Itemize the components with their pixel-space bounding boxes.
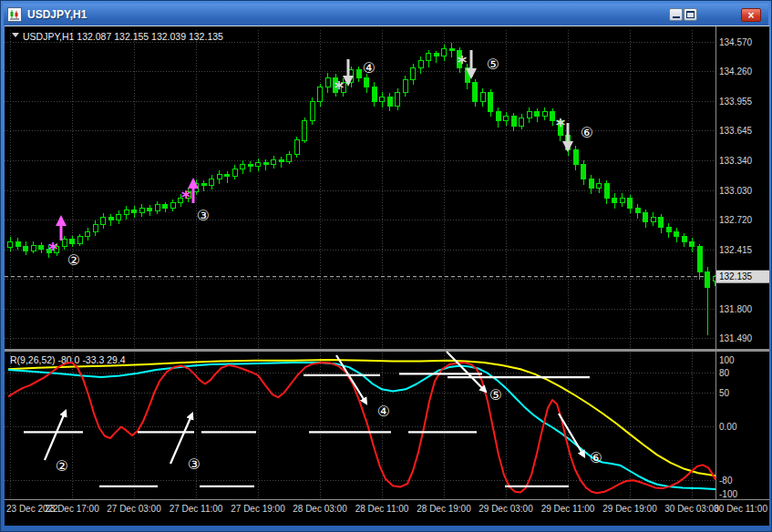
svg-text:132.720: 132.720 <box>719 215 753 225</box>
minimize-button[interactable] <box>669 8 683 21</box>
svg-text:132.415: 132.415 <box>719 245 753 255</box>
chart-header: USDJPY,H1 132.087 132.155 132.039 132.13… <box>12 31 223 42</box>
svg-text:USDJPY,H1 132.087 132.155 132.: USDJPY,H1 132.087 132.155 132.039 132.13… <box>23 31 223 42</box>
signal-number-label: ③ <box>197 207 210 224</box>
svg-text:100: 100 <box>719 355 735 365</box>
svg-text:27 Dec 11:00: 27 Dec 11:00 <box>170 504 223 514</box>
signal-star: * <box>556 114 566 136</box>
chart-icon <box>7 7 22 22</box>
mt4-chart-window: USDJPY,H1 × USDJPY,H1 132.087 132.155 13… <box>0 0 772 532</box>
window-titlebar[interactable]: USDJPY,H1 × <box>4 4 768 26</box>
window-title: USDJPY,H1 <box>27 8 87 21</box>
svg-text:80: 80 <box>719 368 730 378</box>
chart-area[interactable]: USDJPY,H1 132.087 132.155 132.039 132.13… <box>5 26 769 525</box>
restore-button[interactable] <box>684 8 697 21</box>
signal-number-label: ② <box>56 457 68 475</box>
svg-text:50: 50 <box>719 388 730 398</box>
restore-icon <box>686 11 695 18</box>
price-chart-canvas[interactable]: USDJPY,H1 132.087 132.155 132.039 132.13… <box>5 26 769 526</box>
svg-text:28 Dec 19:00: 28 Dec 19:00 <box>417 504 471 514</box>
signal-number-label: ⑤ <box>489 386 502 404</box>
signal-number-label: ② <box>67 251 80 269</box>
svg-text:134.260: 134.260 <box>719 66 753 77</box>
signal-star: * <box>335 77 345 98</box>
svg-text:23 Dec 17:00: 23 Dec 17:00 <box>45 504 99 514</box>
svg-text:133.955: 133.955 <box>719 97 753 107</box>
signal-number-label: ⑤ <box>487 56 499 73</box>
svg-text:29 Dec 11:00: 29 Dec 11:00 <box>541 504 595 514</box>
close-button[interactable]: × <box>741 8 761 22</box>
signal-number-label: ④ <box>377 403 390 420</box>
minimize-icon <box>673 16 680 18</box>
svg-text:131.800: 131.800 <box>719 304 753 314</box>
svg-text:29 Dec 19:00: 29 Dec 19:00 <box>602 504 657 514</box>
svg-text:134.570: 134.570 <box>719 37 753 47</box>
svg-text:30 Dec 03:00: 30 Dec 03:00 <box>664 504 719 514</box>
svg-text:-80: -80 <box>719 476 733 486</box>
svg-text:28 Dec 03:00: 28 Dec 03:00 <box>293 504 347 514</box>
svg-text:133.340: 133.340 <box>719 156 753 166</box>
svg-text:131.490: 131.490 <box>719 333 753 343</box>
signal-number-label: ⑥ <box>581 124 593 141</box>
svg-text:-100: -100 <box>719 489 737 499</box>
signal-number-label: ⑥ <box>590 449 602 466</box>
time-axis[interactable]: 23 Dec 202223 Dec 17:0027 Dec 03:0027 De… <box>6 504 767 514</box>
svg-text:0.00: 0.00 <box>719 422 737 432</box>
signal-star: * <box>181 186 191 208</box>
svg-text:132.135: 132.135 <box>719 271 753 281</box>
svg-text:133.645: 133.645 <box>719 126 753 136</box>
signal-star: * <box>48 238 58 260</box>
svg-text:30 Dec 11:00: 30 Dec 11:00 <box>714 504 767 514</box>
signal-number-label: ④ <box>363 59 376 77</box>
panel-separator[interactable] <box>5 349 769 352</box>
svg-text:28 Dec 11:00: 28 Dec 11:00 <box>355 504 409 514</box>
svg-text:27 Dec 19:00: 27 Dec 19:00 <box>231 504 285 514</box>
svg-text:133.030: 133.030 <box>719 186 753 196</box>
svg-text:27 Dec 03:00: 27 Dec 03:00 <box>107 504 161 514</box>
signal-number-label: ③ <box>188 455 201 473</box>
signal-star: * <box>458 51 468 73</box>
svg-text:29 Dec 03:00: 29 Dec 03:00 <box>479 504 533 514</box>
